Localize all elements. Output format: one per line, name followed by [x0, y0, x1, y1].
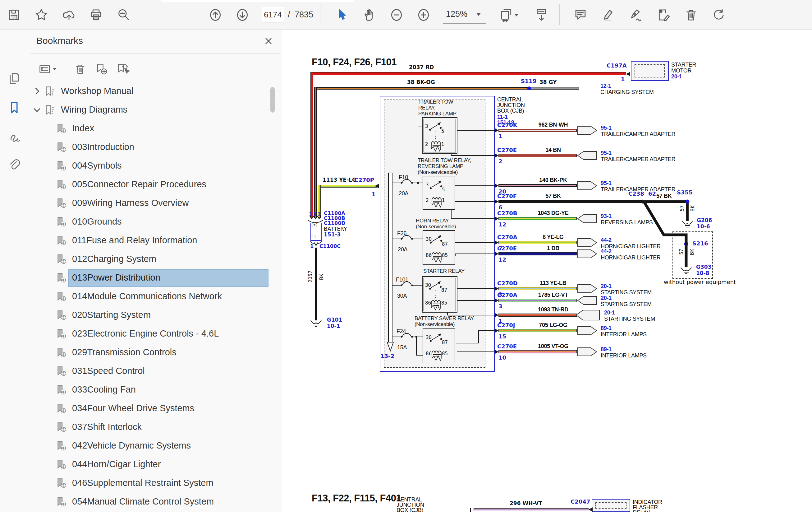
starter-motor-ref: 20-1: [671, 74, 682, 80]
wire-pin-label: 6: [498, 204, 502, 211]
bookmark-item-label: 044Horn/Cigar Lighter: [72, 459, 161, 469]
wire-stripe: [499, 130, 576, 131]
dest-name: TRAILER/CAMPER ADAPTER: [601, 131, 675, 137]
wire-name-label: 1093 TN-RD: [528, 306, 578, 313]
wire-connector-label: C270E: [497, 343, 517, 350]
dest-name: TRAILER/CAMPER ADAPTER: [601, 186, 675, 193]
dest-hex-shape: [578, 182, 597, 190]
battery-pin-2: 1: [313, 211, 317, 217]
wire-stripe: [499, 330, 576, 331]
wire-1: [498, 252, 577, 255]
dest-hex-right: [577, 326, 598, 335]
cjb2-label-3: BOX (CJB): [397, 507, 423, 512]
wire-1785: [498, 299, 577, 302]
indicator-flasher-box: [592, 499, 630, 512]
wire-bk-vlabel2: BK: [689, 249, 695, 255]
wire-705: [498, 329, 577, 332]
relay-label: (Non-serviceable): [416, 224, 456, 230]
wire-57-vlabel2: 57: [679, 249, 684, 255]
dest-ref: 89-1: [601, 325, 612, 331]
diagram-title-bottom: F13, F22, F115, F401: [312, 493, 401, 504]
relay-box-inner: [424, 278, 456, 311]
wire-2057-color: BK: [319, 274, 324, 280]
dest-ref: 44-2: [601, 248, 612, 255]
relay-box: [422, 276, 458, 313]
wire-38-bkog-vertical: [314, 87, 317, 218]
bookmark-item-label: 031Speed Control: [72, 366, 145, 376]
wire-stripe: [499, 185, 576, 186]
fuse-id: F101: [396, 276, 408, 283]
ground-g101-icon: [311, 320, 321, 327]
relay-box: [423, 328, 455, 363]
cjb-label-3: BOX (CJB): [497, 108, 524, 114]
chevron-right-icon[interactable]: [33, 87, 41, 97]
wire-296-label: 296 WH-VT: [510, 500, 542, 506]
wire-pin-label: 1: [498, 133, 502, 139]
bookmark-item-label: 005Connector Repair Procedures: [72, 179, 206, 189]
wire-stripe: [499, 218, 576, 219]
wire-connector-label: C270A: [497, 292, 517, 298]
bookmark-page-icon: [56, 496, 67, 509]
dest-hex-right: [577, 347, 598, 356]
relay-label: (Non-serviceable): [418, 169, 458, 175]
battery-minus: (-): [311, 235, 316, 239]
wire-2037-rd: [311, 72, 626, 75]
wire-140: [498, 184, 577, 187]
dest-hex-right: [577, 249, 598, 259]
bookmark-item-label: 034Four Wheel Drive Systems: [72, 403, 194, 413]
wire-connector-label: C270B: [497, 210, 517, 216]
splice-s119-label: S119: [521, 78, 537, 84]
wire-entry-arrow: [495, 313, 498, 317]
wire-2057-label: 2057: [308, 271, 313, 282]
bookmark-page-icon: [56, 440, 67, 453]
relay-label: BATTERY SAVER RELAY: [414, 316, 474, 321]
wire-name-label: 57 BK: [528, 193, 578, 199]
dest-hex-shape: [578, 296, 597, 304]
dest-ref: 89-1: [601, 346, 612, 353]
relay-box: [422, 117, 458, 154]
dest-name: STARTING SYSTEM: [601, 301, 651, 307]
splice-s355: S355: [677, 189, 693, 196]
wire-stripe: [499, 242, 576, 243]
fuse-id: F24: [397, 328, 406, 335]
wire-entry-arrow: [495, 153, 498, 158]
bookmark-item-label: 020Starting System: [72, 310, 151, 320]
battery-connector-bracket: [308, 220, 323, 223]
fuse-amp: 15A: [397, 344, 407, 351]
dest-hex-shape: [576, 310, 600, 320]
wire-entry-arrow: [495, 199, 498, 204]
relay-box-inner: [424, 119, 456, 153]
chevron-down-icon[interactable]: [33, 106, 41, 115]
bookmark-page-icon: [56, 478, 67, 490]
wire-1113-yelg: [318, 185, 377, 188]
dest-ref: 95-1: [601, 125, 612, 131]
wire-113: [498, 287, 577, 290]
wire-pin-label: 10: [498, 354, 506, 361]
bookmark-item-label: 012Charging System: [72, 254, 156, 264]
wire-57bk-label2: 57 BK: [656, 193, 672, 199]
wire-name-label: 6 YE-LG: [528, 234, 578, 240]
wire-connector-label: C270F: [497, 193, 517, 199]
bookmark-page-icon: [56, 253, 67, 267]
bookmark-item-label: Wiring Diagrams: [61, 105, 127, 115]
battery-pin-1: 1: [309, 211, 312, 217]
starter-motor-line1: STARTER: [671, 61, 696, 68]
wire-entry-arrow: [495, 184, 498, 188]
pdf-viewer-window: / 7835 125%: [0, 0, 812, 512]
fuse-amp: 20A: [398, 246, 407, 253]
bookmark-item-label: 009Wiring Harness Overview: [72, 198, 189, 208]
cjb2-edge: [470, 508, 473, 512]
bookmark-item-label: 010Grounds: [72, 216, 122, 227]
bookmark-page-icon: [56, 160, 67, 173]
wire-38gy-label: 38 GY: [540, 79, 556, 85]
conn-c1100d: C1100D: [324, 220, 346, 226]
ground-g303-ref: 10-8: [696, 270, 709, 276]
wire-pin-label: 2: [498, 158, 502, 165]
ground-g206: G206: [697, 217, 712, 223]
conn-c1100c-pin: 1: [310, 243, 314, 249]
dest-name: REVERSING LAMPS: [601, 219, 653, 226]
charging-dest: CHARGING SYSTEM: [600, 89, 654, 96]
wire-name-label: 1005 VT-OG: [528, 343, 578, 350]
conn-c197a-pin: 1: [621, 76, 625, 82]
wire-stripe: [499, 288, 576, 289]
